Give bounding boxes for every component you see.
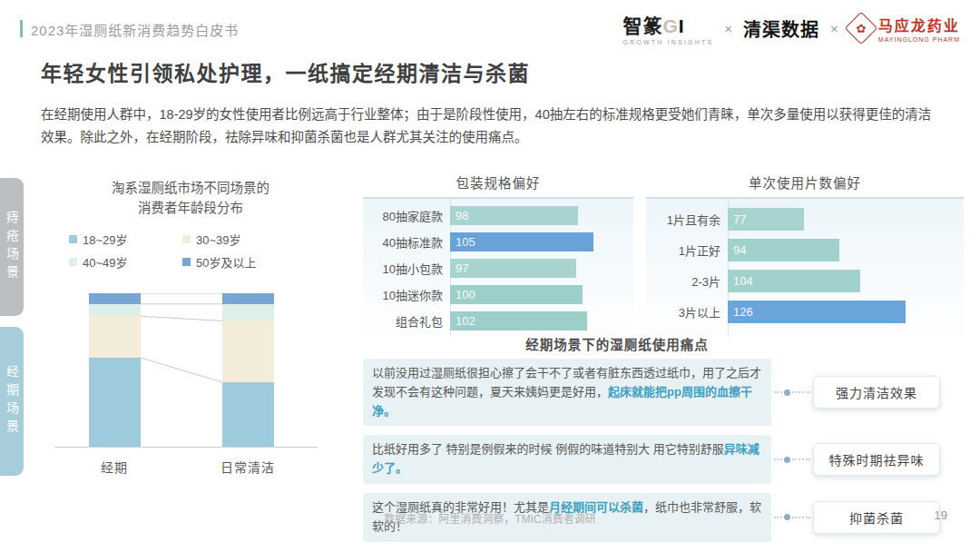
page-title: 年轻女性引领私处护理，一纸搞定经期清洁与杀菌	[41, 56, 530, 87]
age-chart-title: 淘系湿厕纸市场不同场景的 消费者年龄段分布	[56, 178, 325, 219]
connector-dot	[784, 457, 790, 463]
legend-label: 50岁及以上	[196, 253, 256, 271]
bar-row: 1片正好94	[646, 239, 964, 261]
zhizhuan-i: I	[679, 15, 685, 36]
intro-paragraph: 在经期使用人群中，18-29岁的女性使用者比例远高于行业整体；由于是阶段性使用，…	[41, 104, 944, 148]
pain-point-row: 比纸好用多了 特别是例假来的时候 例假的味道特别大 用它特别舒服异味减少了。特殊…	[363, 435, 964, 484]
sidebar-tab-menstrual-scene: 经期场景	[0, 327, 24, 476]
brand-logos: 智篆GI GROWTH INSIGHTS × 清渠数据 × ✿ 马应龙药业 MA…	[622, 11, 960, 45]
stacked-bar-1	[222, 293, 274, 447]
bar-label: 10抽小包款	[363, 260, 443, 277]
bar-segment	[89, 358, 141, 447]
legend-swatch	[69, 235, 77, 243]
package-preference-chart: 包装规格偏好 80抽家庭款9840抽标准款10510抽小包款9710抽迷你款10…	[363, 172, 633, 192]
mayinglong-logo: ✿ 马应龙药业 MAYINGLONG PHARM	[849, 14, 960, 43]
bar-segment	[222, 382, 274, 447]
quote-box: 以前没用过湿厕纸很担心擦了会干不了或者有脏东西透过纸巾，用了之后才发现不会有这种…	[363, 359, 771, 426]
bar-track: 104	[728, 270, 964, 292]
bar: 100	[450, 285, 583, 304]
bar-track: 97	[450, 259, 633, 278]
bar: 77	[728, 208, 804, 231]
bar-label: 10抽迷你款	[363, 286, 443, 303]
age-distribution-chart: 淘系湿厕纸市场不同场景的 消费者年龄段分布 18~29岁30~39岁40~49岁…	[56, 178, 325, 483]
bar: 98	[450, 206, 578, 225]
bar-value: 98	[450, 209, 468, 222]
zhizhuan-wordmark: 智篆GI	[622, 11, 684, 38]
bar-value: 102	[450, 314, 475, 328]
bar: 97	[450, 259, 576, 278]
bar-track: 98	[450, 206, 633, 225]
bar: 94	[728, 239, 839, 261]
bar-track: 102	[450, 311, 633, 330]
bar-segment	[222, 320, 274, 382]
bar-highlighted: 105	[450, 232, 593, 251]
pain-tag: 强力清洁效果	[813, 376, 940, 409]
legend-label: 18~29岁	[83, 231, 128, 248]
bar-row: 3片以上126	[646, 301, 964, 323]
document-title: 2023年湿厕纸新消费趋势白皮书	[31, 20, 239, 39]
bar-segment	[89, 316, 141, 358]
connector-line	[792, 391, 810, 393]
age-chart-plot	[56, 293, 325, 447]
zhizhuan-subtitle: GROWTH INSIGHTS	[622, 39, 713, 45]
bar-highlighted: 126	[728, 301, 906, 323]
whitepaper-slide: 2023年湿厕纸新消费趋势白皮书 智篆GI GROWTH INSIGHTS × …	[0, 0, 980, 552]
bar-value: 105	[450, 235, 475, 249]
bar-value: 94	[728, 243, 746, 257]
connector-line	[792, 458, 810, 460]
bar-label: 1片正好	[646, 242, 720, 259]
bar-value: 126	[728, 305, 753, 319]
legend-swatch	[182, 235, 191, 243]
bar-track: 100	[450, 285, 633, 304]
legend-label: 40~49岁	[83, 253, 128, 271]
header-accent-bar	[20, 20, 23, 37]
bar-row: 10抽迷你款100	[363, 285, 633, 304]
sheet-chart-title: 单次使用片数偏好	[646, 172, 964, 192]
bar: 104	[728, 270, 860, 292]
age-chart-title-line1: 淘系湿厕纸市场不同场景的	[56, 178, 325, 198]
bar-label: 组合礼包	[363, 312, 443, 330]
zhizhuan-g: G	[662, 15, 678, 36]
zhizhuan-text: 智篆	[622, 15, 662, 36]
pain-tag: 特殊时期祛异味	[813, 443, 940, 476]
bar: 102	[450, 311, 587, 330]
quote-box: 比纸好用多了 特别是例假来的时候 例假的味道特别大 用它特别舒服异味减少了。	[363, 435, 771, 484]
legend-swatch	[69, 258, 77, 266]
sheet-count-preference-chart: 单次使用片数偏好 1片且有余771片正好942-3片1043片以上126	[646, 172, 964, 192]
cross-separator-icon: ×	[724, 21, 732, 36]
x-axis-label-menstrual: 经期	[101, 458, 128, 476]
cross-separator-icon: ×	[830, 21, 838, 36]
pack-chart-rows: 80抽家庭款9840抽标准款10510抽小包款9710抽迷你款100组合礼包10…	[363, 206, 633, 338]
bar-label: 2-3片	[646, 272, 720, 290]
data-source-note: 数据来源：阿里消费洞察，TMIC消费者调研	[0, 510, 980, 526]
bar-row: 2-3片104	[646, 270, 964, 292]
bar-row: 80抽家庭款98	[363, 206, 633, 225]
bar-label: 40抽标准款	[363, 233, 443, 251]
pain-points-title: 经期场景下的湿厕纸使用痛点	[363, 334, 871, 353]
bar-value: 104	[728, 274, 753, 288]
legend-swatch	[182, 258, 191, 266]
stacked-connectors	[141, 293, 222, 447]
legend-label: 30~39岁	[196, 231, 241, 248]
mayinglong-name: 马应龙药业	[878, 14, 960, 35]
mayinglong-wordmark: 马应龙药业 MAYINGLONG PHARM	[878, 14, 960, 43]
bar-track: 105	[450, 232, 633, 251]
bar-label: 1片且有余	[646, 211, 720, 228]
age-chart-title-line2: 消费者年龄段分布	[56, 198, 325, 218]
connector	[771, 457, 813, 463]
bar-value: 100	[450, 288, 475, 301]
bar-label: 80抽家庭款	[363, 207, 443, 224]
bar-track: 126	[728, 301, 964, 323]
qingqu-logo: 清渠数据	[743, 15, 819, 42]
bar-track: 94	[728, 239, 964, 261]
zhizhuan-logo: 智篆GI GROWTH INSIGHTS	[622, 11, 713, 45]
page-number: 19	[935, 508, 947, 522]
bar-row: 40抽标准款105	[363, 232, 633, 251]
bar-segment	[222, 304, 274, 321]
bar-value: 77	[728, 212, 746, 226]
count-chart-rows: 1片且有余771片正好942-3片1043片以上126	[646, 208, 964, 331]
connector-line	[774, 391, 782, 393]
bar-segment	[89, 304, 141, 317]
bar-label: 3片以上	[646, 303, 720, 320]
bar-track: 77	[728, 208, 964, 231]
